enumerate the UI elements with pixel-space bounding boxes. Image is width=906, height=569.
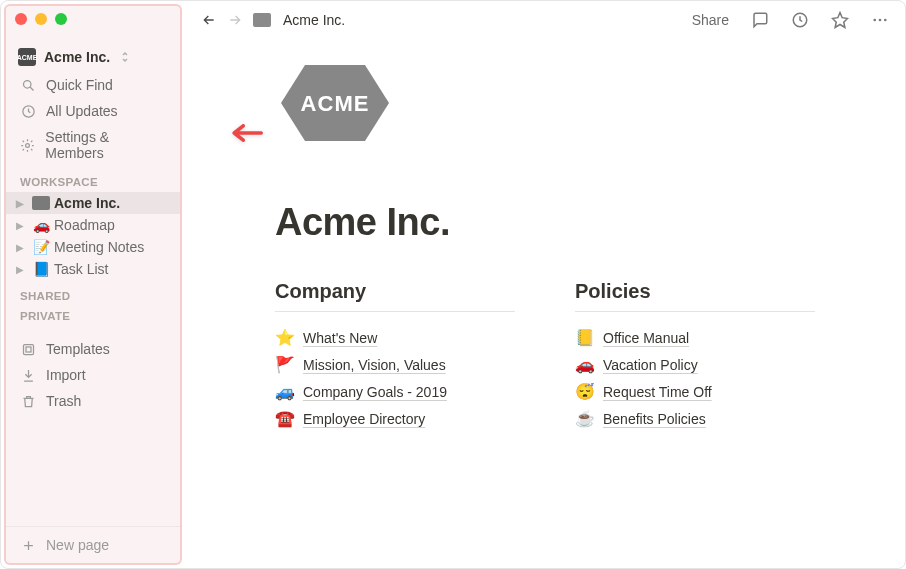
page-badge-icon — [32, 196, 50, 210]
favorite-button[interactable] — [831, 11, 849, 29]
annotation-arrow-icon — [227, 121, 263, 145]
comments-button[interactable] — [751, 11, 769, 29]
sidebar-page-roadmap[interactable]: ▶ 🚗 Roadmap — [6, 214, 180, 236]
column-company: Company ⭐What's New 🚩Mission, Vision, Va… — [275, 280, 515, 432]
disclosure-triangle-icon[interactable]: ▶ — [16, 242, 28, 253]
svg-point-3 — [26, 143, 30, 147]
nav-forward-button[interactable] — [227, 12, 243, 28]
link-text: Company Goals - 2019 — [303, 384, 447, 400]
disclosure-triangle-icon[interactable]: ▶ — [16, 264, 28, 275]
link-emoji-icon: 🚗 — [575, 355, 595, 374]
templates-button[interactable]: Templates — [6, 336, 180, 362]
share-button[interactable]: Share — [692, 12, 729, 28]
svg-point-7 — [873, 19, 876, 22]
link-emoji-icon: 🚩 — [275, 355, 295, 374]
page-link[interactable]: ☎️Employee Directory — [275, 405, 515, 432]
import-button[interactable]: Import — [6, 362, 180, 388]
svg-point-8 — [879, 19, 882, 22]
link-text: Request Time Off — [603, 384, 712, 400]
link-emoji-icon: 🚙 — [275, 382, 295, 401]
link-emoji-icon: 📒 — [575, 328, 595, 347]
sidebar-page-acme[interactable]: ▶ Acme Inc. — [6, 192, 180, 214]
column-heading[interactable]: Policies — [575, 280, 815, 312]
link-emoji-icon: ⭐ — [275, 328, 295, 347]
trash-label: Trash — [46, 393, 81, 409]
page-link[interactable]: ☕Benefits Policies — [575, 405, 815, 432]
page-link[interactable]: ⭐What's New — [275, 324, 515, 351]
svg-line-1 — [30, 87, 33, 90]
all-updates-label: All Updates — [46, 103, 118, 119]
page-link[interactable]: 📒Office Manual — [575, 324, 815, 351]
sidebar-page-task-list[interactable]: ▶ 📘 Task List — [6, 258, 180, 280]
link-emoji-icon: ☕ — [575, 409, 595, 428]
sidebar-page-meeting-notes[interactable]: ▶ 📝 Meeting Notes — [6, 236, 180, 258]
trash-icon — [20, 394, 36, 409]
settings-label: Settings & Members — [45, 129, 166, 161]
svg-point-0 — [23, 80, 31, 88]
page-link[interactable]: 😴Request Time Off — [575, 378, 815, 405]
column-heading[interactable]: Company — [275, 280, 515, 312]
svg-rect-4 — [23, 344, 33, 354]
quick-find-button[interactable]: Quick Find — [6, 72, 180, 98]
page-link[interactable]: 🚙Company Goals - 2019 — [275, 378, 515, 405]
page-label: Meeting Notes — [54, 239, 144, 255]
page-emoji-icon: 📘 — [32, 261, 50, 277]
page-content: ACME Acme Inc. Company ⭐What's New 🚩Miss… — [185, 39, 905, 432]
main-panel: Acme Inc. Share ACME Acme — [185, 1, 905, 568]
link-text: Vacation Policy — [603, 357, 698, 373]
breadcrumb[interactable]: Acme Inc. — [283, 12, 345, 28]
close-window-dot[interactable] — [15, 13, 27, 25]
workspace-switcher[interactable]: ACME Acme Inc. — [6, 42, 180, 72]
svg-rect-5 — [26, 347, 31, 352]
link-text: Benefits Policies — [603, 411, 706, 427]
link-text: What's New — [303, 330, 377, 346]
workspace-badge-icon: ACME — [18, 48, 36, 66]
nav-back-button[interactable] — [201, 12, 217, 28]
link-text: Employee Directory — [303, 411, 425, 427]
page-title[interactable]: Acme Inc. — [275, 201, 815, 244]
page-emoji-icon: 📝 — [32, 239, 50, 255]
page-link[interactable]: 🚩Mission, Vision, Values — [275, 351, 515, 378]
disclosure-triangle-icon[interactable]: ▶ — [16, 198, 28, 209]
topbar: Acme Inc. Share — [185, 1, 905, 39]
section-workspace-label: WORKSPACE — [6, 166, 180, 192]
page-label: Acme Inc. — [54, 195, 120, 211]
section-private-label: PRIVATE — [6, 306, 180, 326]
templates-label: Templates — [46, 341, 110, 357]
zoom-window-dot[interactable] — [55, 13, 67, 25]
sidebar: ACME Acme Inc. Quick Find All Updates Se… — [4, 4, 182, 565]
link-emoji-icon: ☎️ — [275, 409, 295, 428]
section-shared-label: SHARED — [6, 280, 180, 306]
templates-icon — [20, 342, 36, 357]
trash-button[interactable]: Trash — [6, 388, 180, 414]
workspace-name: Acme Inc. — [44, 49, 110, 65]
svg-text:ACME: ACME — [301, 91, 370, 116]
page-emoji-icon: 🚗 — [32, 217, 50, 233]
more-button[interactable] — [871, 11, 889, 29]
breadcrumb-page-icon — [253, 13, 271, 27]
page-cover-logo: ACME — [275, 59, 815, 147]
disclosure-triangle-icon[interactable]: ▶ — [16, 220, 28, 231]
page-label: Roadmap — [54, 217, 115, 233]
column-policies: Policies 📒Office Manual 🚗Vacation Policy… — [575, 280, 815, 432]
import-icon — [20, 368, 36, 383]
page-label: Task List — [54, 261, 108, 277]
page-link[interactable]: 🚗Vacation Policy — [575, 351, 815, 378]
new-page-label: New page — [46, 537, 109, 553]
new-page-button[interactable]: New page — [6, 526, 180, 563]
svg-point-9 — [884, 19, 887, 22]
minimize-window-dot[interactable] — [35, 13, 47, 25]
search-icon — [20, 78, 36, 93]
chevron-updown-icon — [120, 51, 130, 63]
clock-icon — [20, 104, 36, 119]
all-updates-button[interactable]: All Updates — [6, 98, 180, 124]
import-label: Import — [46, 367, 86, 383]
link-text: Mission, Vision, Values — [303, 357, 446, 373]
quick-find-label: Quick Find — [46, 77, 113, 93]
plus-icon — [20, 538, 36, 553]
settings-members-button[interactable]: Settings & Members — [6, 124, 180, 166]
link-emoji-icon: 😴 — [575, 382, 595, 401]
updates-button[interactable] — [791, 11, 809, 29]
gear-icon — [20, 138, 35, 153]
link-text: Office Manual — [603, 330, 689, 346]
